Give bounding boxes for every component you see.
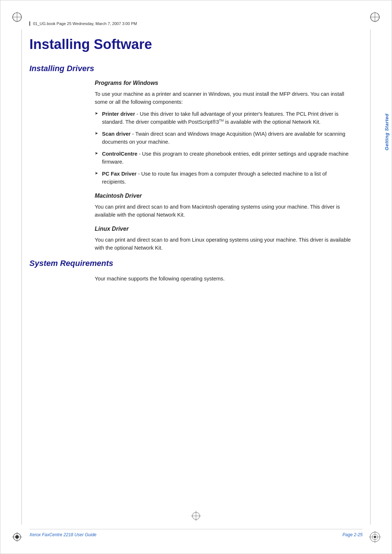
- subsection-programs-windows: Programs for Windows To use your machine…: [95, 80, 352, 186]
- footer-left: Xerox FaxCentre 2218 User Guide: [29, 532, 97, 537]
- section1-heading: Installing Drivers: [29, 64, 359, 73]
- bullet-list-drivers: Printer driver - Use this driver to take…: [95, 110, 352, 186]
- bullet-term-scan: Scan driver: [102, 131, 131, 137]
- bullet-term-controlcentre: ControlCentre: [102, 151, 137, 157]
- reg-mark-top-right: [368, 11, 381, 24]
- list-item-pcfax: PC Fax Driver - Use to route fax images …: [95, 170, 352, 186]
- reg-mark-top-left: [11, 11, 24, 24]
- subsection1-heading: Programs for Windows: [95, 80, 352, 86]
- page-title: Installing Software: [29, 37, 359, 52]
- footer: Xerox FaxCentre 2218 User Guide Page 2-2…: [29, 529, 363, 537]
- subsection2-heading: Macintosh Driver: [95, 193, 352, 199]
- section2-content: Your machine supports the following oper…: [95, 275, 352, 283]
- side-tab-getting-started: Getting Started: [382, 109, 392, 155]
- bullet-term-printer: Printer driver: [102, 111, 135, 117]
- subsection2-text: You can print and direct scan to and fro…: [95, 203, 352, 219]
- section2-text: Your machine supports the following oper…: [95, 275, 352, 283]
- subsection3-heading: Linux Driver: [95, 226, 352, 232]
- subsection-linux: Linux Driver You can print and direct sc…: [95, 226, 352, 252]
- bullet-desc-scan: - Twain direct scan and Windows Image Ac…: [102, 131, 345, 145]
- list-item-scan-driver: Scan driver - Twain direct scan and Wind…: [95, 130, 352, 146]
- subsection1-intro: To use your machine as a printer and sca…: [95, 90, 352, 106]
- list-item-printer-driver: Printer driver - Use this driver to take…: [95, 110, 352, 126]
- subsection-macintosh: Macintosh Driver You can print and direc…: [95, 193, 352, 219]
- footer-right: Page 2-25: [343, 532, 363, 537]
- bullet-term-pcfax: PC Fax Driver: [102, 171, 136, 177]
- list-item-controlcentre: ControlCentre - Use this program to crea…: [95, 150, 352, 166]
- section2-heading: System Requirements: [29, 259, 359, 268]
- reg-mark-bottom-center: [190, 510, 202, 523]
- page-container: 01_UG.book Page 25 Wednesday, March 7, 2…: [0, 0, 392, 554]
- side-tab-label: Getting Started: [384, 114, 389, 150]
- header-meta-text: 01_UG.book Page 25 Wednesday, March 7, 2…: [33, 21, 137, 26]
- header-meta: 01_UG.book Page 25 Wednesday, March 7, 2…: [29, 21, 363, 26]
- reg-mark-bottom-right: [368, 530, 381, 543]
- bullet-desc-controlcentre: - Use this program to create phonebook e…: [102, 151, 348, 165]
- reg-mark-bottom-left: [11, 530, 24, 543]
- main-content: Installing Software Installing Drivers P…: [29, 37, 359, 517]
- right-border-line: [370, 29, 371, 525]
- left-border-line: [21, 29, 22, 525]
- bullet-desc-printer: - Use this driver to take full advantage…: [102, 111, 339, 125]
- subsection3-text: You can print and direct scan to and fro…: [95, 236, 352, 252]
